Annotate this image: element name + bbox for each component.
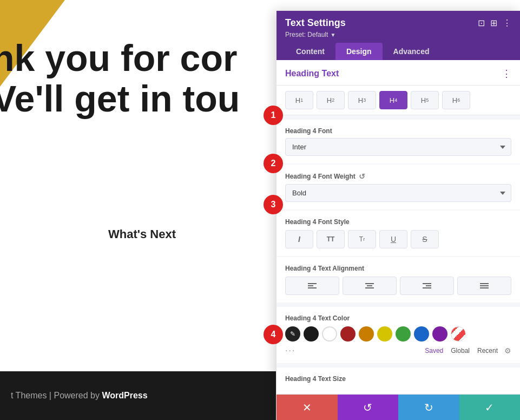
grid-icon[interactable]: ⊞ <box>490 18 497 28</box>
font-style-label: Heading 4 Font Style <box>285 218 511 226</box>
color-swatch-green[interactable] <box>396 326 411 342</box>
footer-text: t Themes | Powered by WordPress <box>11 391 148 401</box>
tab-content[interactable]: Content <box>285 43 335 60</box>
all-caps-button[interactable]: TT <box>317 230 345 248</box>
panel-tabs: Content Design Advanced <box>285 43 511 60</box>
color-swatch-red[interactable] <box>340 326 356 342</box>
undo-icon: ↺ <box>363 401 372 414</box>
strikethrough-button[interactable]: S <box>411 230 439 248</box>
panel-preset[interactable]: Preset: Default ▼ <box>285 31 511 38</box>
text-size-section: Heading 4 Text Size <box>277 368 520 393</box>
h4-button[interactable]: H4 <box>379 91 407 109</box>
text-color-label: Heading 4 Text Color <box>285 314 511 322</box>
align-left-button[interactable] <box>285 277 339 295</box>
expand-icon[interactable]: ⊡ <box>478 18 485 28</box>
cancel-button[interactable]: ✕ <box>277 395 338 420</box>
font-select[interactable]: Inter Arial Georgia Roboto Open Sans <box>285 138 511 156</box>
font-style-buttons: I TT Tr U S <box>285 230 511 248</box>
page-heading: nk you for cor Ve'll get in tou <box>0 38 240 119</box>
font-weight-section: Heading 4 Font Weight ↺ Thin Light Regul… <box>277 165 520 209</box>
preset-arrow-icon: ▼ <box>330 32 335 38</box>
h2-button[interactable]: H2 <box>317 91 345 109</box>
underline-button[interactable]: U <box>379 230 407 248</box>
color-tab-saved[interactable]: Saved <box>422 346 446 356</box>
color-swatch-purple[interactable] <box>432 326 447 342</box>
undo-button[interactable]: ↺ <box>338 395 399 420</box>
tab-advanced[interactable]: Advanced <box>383 43 440 60</box>
panel-title: Text Settings <box>285 17 346 29</box>
save-button[interactable]: ✓ <box>459 395 521 420</box>
color-swatch-blue[interactable] <box>414 326 429 342</box>
heading-text-title: Heading Text <box>285 69 339 78</box>
heading-line2: Ve'll get in tou <box>0 78 240 119</box>
color-swatch-black[interactable] <box>304 326 319 342</box>
redo-button[interactable]: ↻ <box>398 395 459 420</box>
text-alignment-buttons <box>285 277 511 295</box>
color-footer: ··· Saved Global Recent ⚙ <box>285 346 511 356</box>
color-more-dots[interactable]: ··· <box>285 346 295 356</box>
footer-separator: | Powered by <box>49 391 102 400</box>
font-label: Heading 4 Font <box>285 127 511 135</box>
step-circle-4: 4 <box>264 325 283 344</box>
text-alignment-section: Heading 4 Text Alignment <box>277 257 520 303</box>
color-tab-recent[interactable]: Recent <box>474 346 501 356</box>
heading-text-section: Heading Text ⋮ <box>277 60 520 86</box>
heading-line1: nk you for cor <box>0 38 240 78</box>
panel-footer: ✕ ↺ ↻ ✓ <box>277 394 520 420</box>
text-alignment-label: Heading 4 Text Alignment <box>285 265 511 272</box>
color-swatch-orange[interactable] <box>359 326 374 342</box>
align-justify-button[interactable] <box>457 277 511 295</box>
text-size-label: Heading 4 Text Size <box>285 375 511 383</box>
italic-button[interactable]: I <box>285 230 313 248</box>
h6-button[interactable]: H6 <box>442 91 470 109</box>
color-settings-icon[interactable]: ⚙ <box>504 346 511 355</box>
color-swatch-white[interactable] <box>322 326 337 342</box>
color-swatch-yellow[interactable] <box>377 326 392 342</box>
font-weight-select[interactable]: Thin Light Regular Medium Semi Bold Bold… <box>285 184 511 202</box>
text-color-section: Heading 4 Text Color ✎ ··· Saved Global <box>277 307 520 363</box>
settings-panel: Text Settings ⊡ ⊞ ⋮ Preset: Default ▼ Co… <box>277 11 520 420</box>
redo-icon: ↻ <box>424 401 433 414</box>
save-icon: ✓ <box>485 401 494 414</box>
font-style-section: Heading 4 Font Style I TT Tr U S <box>277 211 520 256</box>
pencil-icon: ✎ <box>290 330 295 338</box>
color-swatches: ✎ <box>285 326 511 342</box>
step-circle-2: 2 <box>264 154 283 173</box>
small-caps-button[interactable]: Tr <box>348 230 376 248</box>
preset-label: Preset: Default <box>285 31 328 38</box>
step-circle-1: 1 <box>264 106 283 125</box>
color-swatch-mixed[interactable] <box>451 326 466 342</box>
h3-button[interactable]: H3 <box>348 91 376 109</box>
font-section: Heading 4 Font Inter Arial Georgia Robot… <box>277 120 520 163</box>
h1-button[interactable]: H1 <box>285 91 313 109</box>
color-edit-button[interactable]: ✎ <box>285 326 300 342</box>
font-weight-reset-icon[interactable]: ↺ <box>359 172 365 181</box>
heading-text-options-icon[interactable]: ⋮ <box>502 68 511 80</box>
font-weight-label: Heading 4 Font Weight ↺ <box>285 172 511 181</box>
align-center-button[interactable] <box>343 277 397 295</box>
tab-design[interactable]: Design <box>335 43 383 60</box>
whats-next-text: What's Next <box>108 227 176 241</box>
panel-header-top: Text Settings ⊡ ⊞ ⋮ <box>285 17 511 29</box>
panel-body: Heading Text ⋮ H1 H2 H3 H4 H5 H6 Heading… <box>277 60 520 394</box>
h5-button[interactable]: H5 <box>411 91 439 109</box>
cancel-icon: ✕ <box>302 401 312 414</box>
footer-wordpress: WordPress <box>102 391 147 400</box>
panel-header: Text Settings ⊡ ⊞ ⋮ Preset: Default ▼ Co… <box>277 11 520 60</box>
color-tab-global[interactable]: Global <box>447 346 473 356</box>
page-footer: t Themes | Powered by WordPress <box>0 371 276 420</box>
footer-themes: t Themes <box>11 391 47 400</box>
more-options-icon[interactable]: ⋮ <box>503 18 511 28</box>
align-right-button[interactable] <box>400 277 454 295</box>
heading-levels: H1 H2 H3 H4 H5 H6 <box>277 86 520 115</box>
step-circle-3: 3 <box>264 195 283 214</box>
panel-header-icons: ⊡ ⊞ ⋮ <box>478 18 511 28</box>
